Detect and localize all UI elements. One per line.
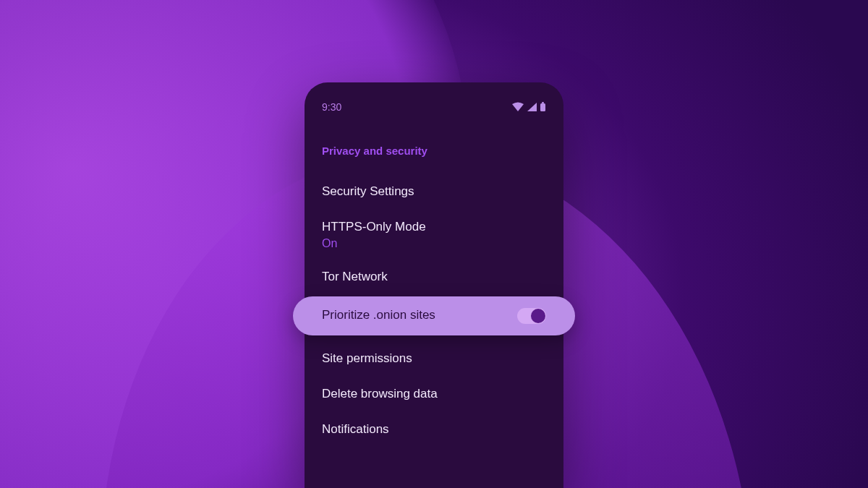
svg-rect-0 [540,103,545,111]
settings-list: Security Settings HTTPS-Only Mode On Tor… [305,174,563,448]
wifi-icon [511,102,524,112]
setting-label: Security Settings [322,184,546,200]
svg-rect-1 [542,102,544,103]
setting-prioritize-onion-wrap: Prioritize .onion sites [305,296,563,335]
setting-security-settings[interactable]: Security Settings [305,174,563,210]
battery-icon [540,102,546,112]
toggle-knob [531,309,545,323]
toggle-prioritize-onion[interactable] [517,308,546,324]
setting-notifications[interactable]: Notifications [305,412,563,448]
status-bar: 9:30 [305,82,563,117]
setting-label: Tor Network [322,269,546,286]
setting-label: Delete browsing data [322,386,546,403]
setting-label: Notifications [322,421,546,438]
setting-label: Site permissions [322,351,546,367]
status-time: 9:30 [322,101,341,113]
cellular-icon [527,102,537,112]
status-icons [511,102,546,112]
setting-prioritize-onion-sites[interactable]: Prioritize .onion sites [293,296,575,335]
setting-tor-network[interactable]: Tor Network [305,260,563,295]
section-header: Privacy and security [305,145,563,157]
setting-label: HTTPS-Only Mode [322,219,546,236]
phone-frame: 9:30 Privacy and security Security Setti… [305,82,563,488]
setting-delete-browsing-data[interactable]: Delete browsing data [305,377,563,412]
setting-site-permissions[interactable]: Site permissions [305,341,563,377]
setting-sublabel: On [322,237,546,250]
setting-label: Prioritize .onion sites [322,307,435,324]
setting-https-only-mode[interactable]: HTTPS-Only Mode On [305,210,563,260]
